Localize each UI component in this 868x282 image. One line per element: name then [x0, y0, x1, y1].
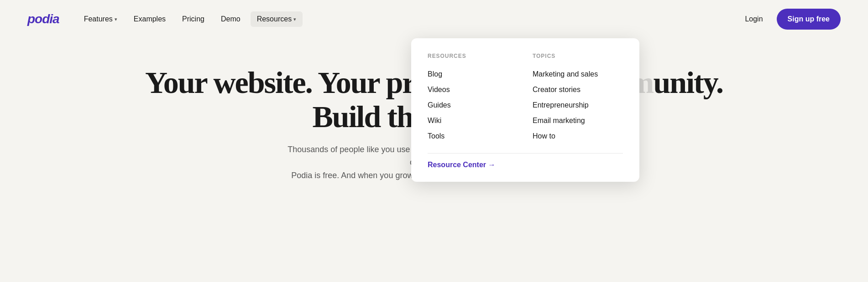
nav-item-features[interactable]: Features ▾ [78, 11, 124, 27]
nav-examples-label: Examples [134, 15, 166, 23]
resources-section-title: RESOURCES [428, 53, 518, 59]
resource-center-link[interactable]: Resource Center → [428, 161, 623, 169]
nav-item-pricing[interactable]: Pricing [176, 11, 211, 27]
nav-demo-label: Demo [221, 15, 241, 23]
dropdown-item-how-to[interactable]: How to [533, 128, 623, 144]
chevron-down-icon: ▾ [115, 16, 117, 22]
nav-resources-label: Resources [257, 15, 292, 23]
nav-item-demo[interactable]: Demo [214, 11, 247, 27]
dropdown-item-guides[interactable]: Guides [428, 97, 518, 113]
nav-pricing-label: Pricing [182, 15, 204, 23]
dropdown-item-creator-stories[interactable]: Creator stories [533, 82, 623, 97]
dropdown-item-marketing[interactable]: Marketing and sales [533, 67, 623, 82]
login-button[interactable]: Login [738, 11, 769, 27]
dropdown-item-wiki[interactable]: Wiki [428, 113, 518, 128]
dropdown-columns: RESOURCES Blog Videos Guides Wiki Tools … [428, 53, 623, 144]
topics-column: TOPICS Marketing and sales Creator stori… [533, 53, 623, 144]
signup-button[interactable]: Sign up free [777, 9, 841, 30]
nav-right: Login Sign up free [738, 9, 841, 30]
nav-features-label: Features [84, 15, 113, 23]
topics-section-title: TOPICS [533, 53, 623, 59]
dropdown-item-videos[interactable]: Videos [428, 82, 518, 97]
navbar: podia Features ▾ Examples Pricing Demo R… [0, 0, 868, 38]
resources-dropdown: RESOURCES Blog Videos Guides Wiki Tools … [411, 38, 639, 182]
nav-item-resources[interactable]: Resources ▾ [251, 11, 303, 27]
nav-item-examples[interactable]: Examples [127, 11, 172, 27]
chevron-down-icon-resources: ▾ [293, 16, 296, 22]
dropdown-item-email-marketing[interactable]: Email marketing [533, 113, 623, 128]
dropdown-divider [428, 153, 623, 154]
resources-column: RESOURCES Blog Videos Guides Wiki Tools [428, 53, 518, 144]
dropdown-item-tools[interactable]: Tools [428, 128, 518, 144]
dropdown-item-entrepreneurship[interactable]: Entrepreneurship [533, 97, 623, 113]
nav-links: Features ▾ Examples Pricing Demo Resourc… [78, 11, 739, 27]
logo[interactable]: podia [27, 12, 59, 26]
dropdown-item-blog[interactable]: Blog [428, 67, 518, 82]
